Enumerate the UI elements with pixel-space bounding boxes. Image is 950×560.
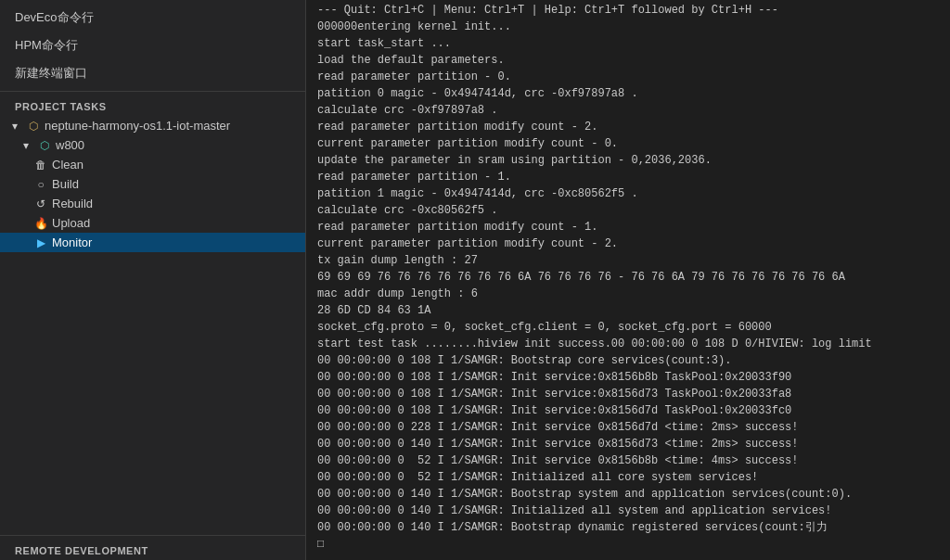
tree-item-upload[interactable]: 🔥 Upload xyxy=(0,213,305,233)
terminal-line: current parameter partition modify count… xyxy=(317,235,939,252)
terminal-line: calculate crc -0xf97897a8 . xyxy=(317,102,939,119)
terminal-line: read parameter partition modify count - … xyxy=(317,119,939,135)
tree-item-w800[interactable]: ▾ ⬡ w800 xyxy=(0,135,305,155)
terminal-output[interactable]: > Executing task: /home/jaychou/Huawei/D… xyxy=(306,0,950,560)
terminal-line: 28 6D CD 84 63 1A xyxy=(317,302,939,319)
terminal-line: 00 00:00:00 0 108 I 1/SAMGR: Init servic… xyxy=(317,386,939,402)
tree-item-build[interactable]: ○ Build xyxy=(0,174,305,194)
remote-dev-label: REMOTE DEVELOPMENT xyxy=(0,536,305,560)
terminal-line: update the parameter in sram using parti… xyxy=(317,152,939,169)
terminal-line: 69 69 69 76 76 76 76 76 76 76 6A 76 76 7… xyxy=(317,269,939,286)
project-tree: ▾ ⬡ neptune-harmony-os1.1-iot-master ▾ ⬡… xyxy=(0,116,305,252)
terminal-line: current parameter partition modify count… xyxy=(317,135,939,152)
terminal-line: 00 00:00:00 0 52 I 1/SAMGR: Init service… xyxy=(317,452,939,469)
terminal-line: 00 00:00:00 0 108 I 1/SAMGR: Init servic… xyxy=(317,402,939,419)
w800-label: w800 xyxy=(56,138,298,152)
terminal-line: read parameter partition modify count - … xyxy=(317,219,939,235)
folder-icon: ⬡ xyxy=(26,120,41,133)
tree-item-rebuild[interactable]: ↺ Rebuild xyxy=(0,194,305,213)
terminal-line: 00 00:00:00 0 140 I 1/SAMGR: Initialized… xyxy=(317,503,939,519)
terminal-line: calculate crc -0xc80562f5 . xyxy=(317,202,939,219)
terminal-line: 00 00:00:00 0 228 I 1/SAMGR: Init servic… xyxy=(317,419,939,436)
trash-icon: 🗑 xyxy=(33,159,48,172)
terminal-line: patition 0 magic - 0x4947414d, crc -0xf9… xyxy=(317,85,939,102)
terminal-line: □ xyxy=(317,536,939,553)
root-label: neptune-harmony-os1.1-iot-master xyxy=(45,119,298,133)
build-label: Build xyxy=(52,177,298,191)
sidebar: DevEco命令行 HPM命令行 新建终端窗口 PROJECT TASKS ▾ … xyxy=(0,0,306,560)
deveco-cmd-menu-item[interactable]: DevEco命令行 xyxy=(0,4,305,32)
upload-icon: 🔥 xyxy=(33,217,48,230)
chevron-down-icon-w800: ▾ xyxy=(19,139,33,152)
project-tasks-section: PROJECT TASKS ▾ ⬡ neptune-harmony-os1.1-… xyxy=(0,92,305,252)
terminal-line: start test task ........hiview init succ… xyxy=(317,336,939,352)
tree-item-root[interactable]: ▾ ⬡ neptune-harmony-os1.1-iot-master xyxy=(0,116,305,135)
terminal-line: 00 00:00:00 0 108 I 1/SAMGR: Bootstrap c… xyxy=(317,352,939,369)
remote-dev-section: REMOTE DEVELOPMENT xyxy=(0,535,305,560)
terminal-line: 00 00:00:00 0 140 I 1/SAMGR: Bootstrap s… xyxy=(317,486,939,503)
clean-label: Clean xyxy=(52,158,298,172)
tree-item-monitor[interactable]: ▶ Monitor xyxy=(0,233,305,252)
terminal-line: patition 1 magic - 0x4947414d, crc -0xc8… xyxy=(317,185,939,202)
monitor-icon: ▶ xyxy=(33,236,48,249)
terminal-line: socket_cfg.proto = 0, socket_cfg.client … xyxy=(317,319,939,336)
rebuild-icon: ↺ xyxy=(33,197,48,210)
chevron-down-icon: ▾ xyxy=(7,120,22,133)
terminal-line: read parameter partition - 0. xyxy=(317,69,939,85)
terminal-line: tx gain dump length : 27 xyxy=(317,252,939,269)
terminal-line: 00 00:00:00 0 140 I 1/SAMGR: Init servic… xyxy=(317,436,939,452)
circle-icon: ○ xyxy=(33,178,48,191)
terminal-line: start task_start ... xyxy=(317,35,939,52)
terminal-line: load the default parameters. xyxy=(317,52,939,69)
tree-item-clean[interactable]: 🗑 Clean xyxy=(0,155,305,174)
terminal-line: 00 00:00:00 0 108 I 1/SAMGR: Init servic… xyxy=(317,369,939,386)
terminal-line: 00 00:00:00 0 52 I 1/SAMGR: Initialized … xyxy=(317,469,939,486)
new-terminal-menu-item[interactable]: 新建终端窗口 xyxy=(0,59,305,87)
monitor-label: Monitor xyxy=(52,235,298,249)
terminal-line: 000000entering kernel init... xyxy=(317,19,939,35)
top-menu: DevEco命令行 HPM命令行 新建终端窗口 xyxy=(0,0,305,92)
main-panel: > Executing task: /home/jaychou/Huawei/D… xyxy=(306,0,950,560)
terminal-line: read parameter partition - 1. xyxy=(317,169,939,185)
terminal-line: --- Quit: Ctrl+C | Menu: Ctrl+T | Help: … xyxy=(317,2,939,19)
device-icon: ⬡ xyxy=(37,139,52,152)
rebuild-label: Rebuild xyxy=(52,197,298,210)
terminal-line: 00 00:00:00 0 140 I 1/SAMGR: Bootstrap d… xyxy=(317,519,939,536)
hpm-cmd-menu-item[interactable]: HPM命令行 xyxy=(0,32,305,59)
project-tasks-label: PROJECT TASKS xyxy=(0,92,305,116)
upload-label: Upload xyxy=(52,216,298,230)
terminal-line: mac addr dump length : 6 xyxy=(317,286,939,302)
